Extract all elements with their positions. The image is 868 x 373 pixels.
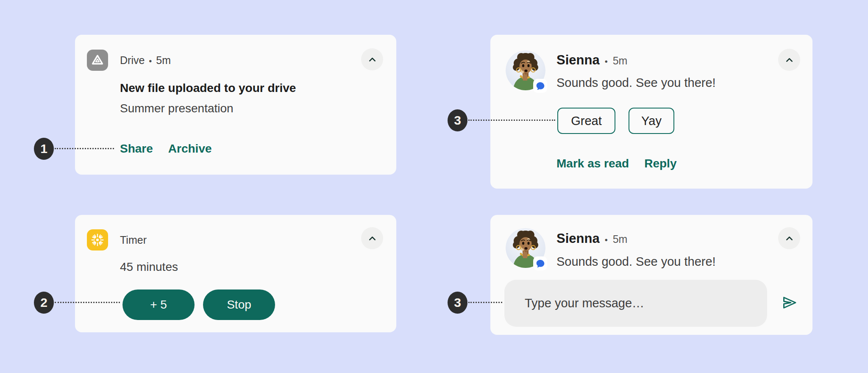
annotation-badge-2: 2: [34, 292, 54, 314]
chevron-up-icon: [784, 54, 795, 66]
notification-examples-canvas: Drive • 5m New file uploaded to your dri…: [0, 0, 868, 373]
annotation-connector-3b: [468, 302, 502, 303]
notification-actions: Share Archive: [120, 142, 212, 156]
timer-buttons: + 5 Stop: [122, 289, 275, 320]
notification-header: Sienna • 5m: [556, 52, 627, 68]
chevron-up-icon: [367, 233, 378, 244]
notification-title: New file uploaded to your drive: [120, 81, 296, 95]
sender-name: Sienna: [556, 231, 600, 247]
send-button[interactable]: [780, 293, 799, 312]
message-reply-input[interactable]: [504, 280, 767, 327]
collapse-button[interactable]: [778, 49, 800, 71]
mark-as-read-action-button[interactable]: Mark as read: [556, 156, 629, 171]
notification-actions: Mark as read Reply: [556, 156, 676, 171]
stop-timer-button[interactable]: Stop: [203, 289, 275, 320]
smart-reply-yay-button[interactable]: Yay: [629, 108, 674, 134]
message-text: Sounds good. See you there!: [556, 75, 716, 90]
drive-triangle-icon: [90, 53, 105, 68]
notification-header: Drive • 5m: [120, 55, 171, 67]
app-name: Timer: [120, 234, 147, 245]
messages-app-badge: [533, 256, 547, 270]
message-notification-card-input: Sienna • 5m Sounds good. See you there!: [490, 215, 812, 335]
sender-name: Sienna: [556, 52, 600, 68]
chat-bubble-icon: [535, 81, 546, 92]
notification-header: Timer: [120, 234, 147, 245]
message-text: Sounds good. See you there!: [556, 254, 716, 269]
notification-body: Summer presentation: [120, 101, 234, 116]
chevron-up-icon: [784, 233, 795, 244]
header-separator: •: [605, 235, 608, 245]
sunburst-icon: [90, 232, 105, 248]
add-five-minutes-button[interactable]: + 5: [122, 289, 195, 320]
header-separator: •: [605, 57, 608, 67]
collapse-button[interactable]: [361, 227, 383, 249]
share-action-button[interactable]: Share: [120, 142, 153, 156]
notification-body: 45 minutes: [120, 260, 178, 274]
smart-reply-great-button[interactable]: Great: [557, 108, 615, 134]
timer-notification-card: Timer 45 minutes + 5 Stop: [75, 215, 396, 332]
app-name: Drive: [120, 55, 145, 66]
timestamp: 5m: [156, 55, 171, 66]
reply-action-button[interactable]: Reply: [644, 156, 676, 171]
collapse-button[interactable]: [778, 227, 800, 249]
timestamp: 5m: [613, 55, 628, 67]
timer-app-icon: [87, 229, 108, 251]
send-icon: [781, 294, 798, 312]
drive-notification-card: Drive • 5m New file uploaded to your dri…: [75, 35, 396, 175]
annotation-connector-3a: [468, 120, 555, 121]
chat-bubble-icon: [535, 258, 546, 269]
chevron-up-icon: [367, 54, 378, 65]
drive-app-icon: [87, 50, 108, 71]
annotation-badge-3: 3: [448, 292, 467, 314]
header-separator: •: [149, 56, 152, 67]
timestamp: 5m: [613, 233, 628, 245]
notification-header: Sienna • 5m: [556, 231, 627, 247]
annotation-connector-2: [55, 302, 120, 303]
annotation-badge-1: 1: [34, 138, 54, 160]
messages-app-badge: [533, 79, 547, 93]
annotation-connector-1: [55, 148, 114, 149]
annotation-badge-3: 3: [448, 109, 467, 131]
collapse-button[interactable]: [361, 48, 383, 70]
message-notification-card-replies: Sienna • 5m Sounds good. See you there! …: [490, 35, 812, 189]
smart-reply-buttons: Great Yay: [557, 108, 674, 134]
archive-action-button[interactable]: Archive: [168, 142, 212, 156]
